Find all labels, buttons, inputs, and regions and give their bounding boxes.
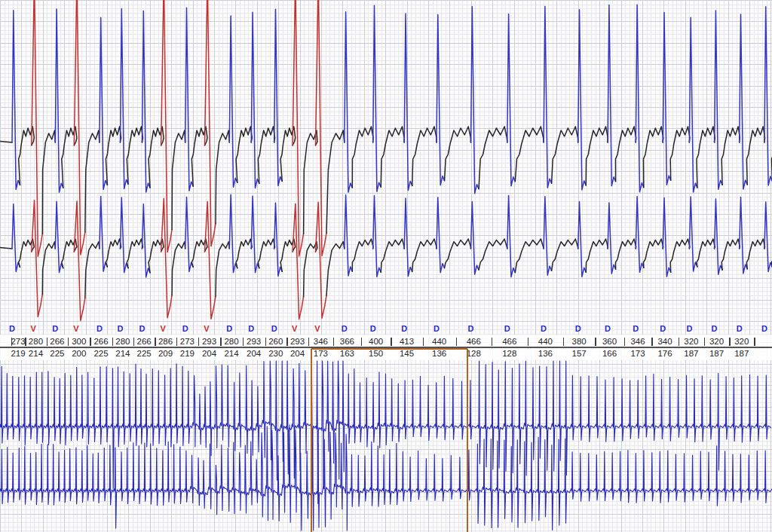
detail-lead-1-trace <box>746 127 764 185</box>
detail-lead-2-trace <box>636 197 644 273</box>
detail-lead-2-trace <box>471 202 479 275</box>
detail-lead-2-trace <box>216 242 229 297</box>
detail-lead-2-trace <box>42 242 55 295</box>
detail-lead-2-trace <box>578 202 587 277</box>
detail-lead-2-trace <box>740 197 748 274</box>
detail-lead-1-trace <box>106 127 121 185</box>
detail-lead-2-trace <box>689 197 697 271</box>
detail-lead-1-trace <box>352 127 373 188</box>
detail-lead-2-trace <box>106 239 121 267</box>
detail-lead-1-trace <box>764 7 772 185</box>
detail-lead-2-trace <box>479 239 507 270</box>
detail-lead-2-trace <box>404 198 412 277</box>
detail-lead-1-trace <box>544 7 552 188</box>
detail-lead-1-trace <box>172 130 185 230</box>
detail-lead-1-trace <box>608 5 616 185</box>
detail-lead-1-trace <box>715 11 723 189</box>
detail-lead-1-trace <box>437 15 445 185</box>
detail-lead-1-trace <box>552 127 578 183</box>
detail-lead-1-trace <box>127 127 142 184</box>
detail-lead-1-trace <box>205 0 216 246</box>
detail-lead-1-trace <box>404 14 412 191</box>
detail-lead-2-trace <box>326 242 345 295</box>
detail-lead-1-trace <box>644 127 663 188</box>
detail-lead-1-trace <box>258 127 274 184</box>
detail-lead-2-trace <box>258 239 274 268</box>
detail-lead-2-trace <box>663 198 671 277</box>
detail-lead-2-trace <box>100 196 108 271</box>
detail-lead-2-trace <box>608 203 616 274</box>
detail-lead-2-trace <box>373 196 381 277</box>
detail-lead-1-trace <box>236 127 252 182</box>
detail-lead-2-trace <box>586 239 608 272</box>
detail-lead-2-trace <box>352 239 373 271</box>
detail-lead-1-trace <box>740 14 748 189</box>
detail-lead-1-trace <box>515 127 544 182</box>
detail-lead-2-trace <box>251 196 259 273</box>
detail-lead-2-trace <box>715 199 723 274</box>
detail-lead-1-trace <box>689 17 697 192</box>
detail-lead-2-trace <box>437 197 445 273</box>
detail-lead-2-trace <box>515 239 544 273</box>
detail-lead-1-trace <box>697 127 715 188</box>
detail-lead-1-trace <box>663 13 671 185</box>
detail-lead-1-trace <box>216 130 229 224</box>
detail-lead-2-trace <box>381 239 404 272</box>
detail-lead-2-trace <box>0 238 12 249</box>
detail-lead-2-trace <box>345 195 353 276</box>
detail-lead-2-trace <box>616 239 636 269</box>
detail-lead-1-trace <box>412 127 437 186</box>
detail-lead-1-trace <box>721 127 740 185</box>
detail-lead-1-trace <box>445 127 471 181</box>
detail-lead-2-trace <box>552 239 578 271</box>
detail-lead-1-trace <box>507 14 516 186</box>
detail-lead-2-trace <box>721 239 740 270</box>
detail-lead-2-trace <box>746 239 764 269</box>
detail-lead-1-trace <box>636 5 644 192</box>
ecg-canvas[interactable] <box>0 0 772 532</box>
detail-lead-1-trace <box>586 127 608 185</box>
detail-lead-2-trace <box>85 242 100 298</box>
detail-lead-1-trace <box>0 132 12 142</box>
detail-lead-1-trace <box>381 127 404 187</box>
detail-lead-2-trace <box>185 197 194 272</box>
detail-lead-1-trace <box>479 127 507 189</box>
detail-lead-2-trace <box>644 239 663 268</box>
detail-lead-2-trace <box>445 239 471 268</box>
detail-lead-1-trace <box>616 127 636 182</box>
detail-lead-2-trace <box>127 239 142 268</box>
detail-lead-2-trace <box>697 239 715 267</box>
detail-lead-1-trace <box>345 12 353 192</box>
detail-lead-2-trace <box>507 196 516 277</box>
detail-lead-2-trace <box>412 239 437 271</box>
detail-lead-1-trace <box>326 130 345 233</box>
detail-lead-1-trace <box>670 127 690 180</box>
detail-lead-1-trace <box>373 5 381 191</box>
detail-lead-2-trace <box>764 202 772 272</box>
detail-lead-2-trace <box>236 239 252 268</box>
detail-lead-1-trace <box>85 130 100 232</box>
detail-lead-2-trace <box>670 239 690 272</box>
detail-lead-1-trace <box>578 10 587 190</box>
detail-lead-2-trace <box>544 197 552 276</box>
detail-lead-2-trace <box>205 202 216 320</box>
detail-lead-1-trace <box>42 130 55 234</box>
detail-lead-1-trace <box>471 7 479 194</box>
ecg-viewer: DVDVDDDVDVDDDVVDDDDDDDDDDDDDDD2732192802… <box>0 0 772 532</box>
detail-lead-2-trace <box>172 242 185 295</box>
